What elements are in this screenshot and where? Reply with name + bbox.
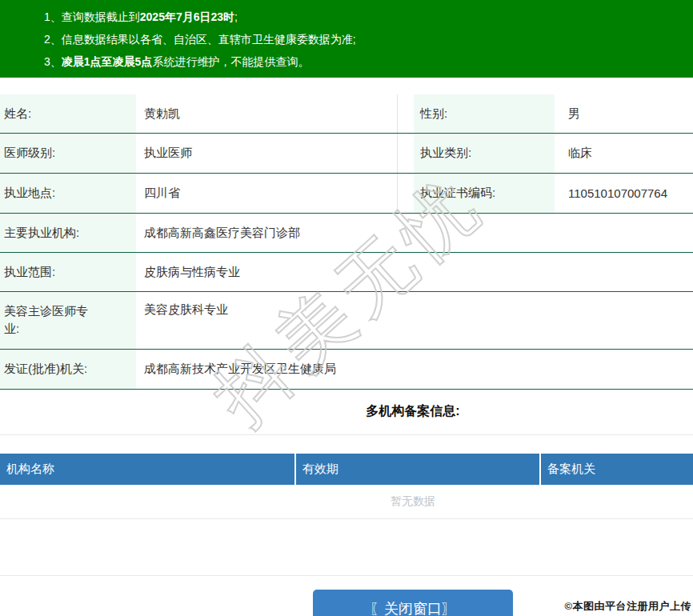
column-header-institution-name: 机构名称	[0, 454, 294, 485]
notice-bold-text: 凌晨1点至凌晨5点	[62, 55, 153, 68]
certificate-number-value: 110510107007764	[555, 174, 693, 213]
column-header-filing-authority: 备案机关	[541, 454, 693, 485]
notice-text: 信息数据结果以各省、自治区、直辖市卫生健康委数据为准;	[62, 33, 356, 46]
doctor-level-label: 医师级别:	[0, 134, 136, 173]
column-divider	[397, 174, 414, 213]
notice-text: 系统进行维护，不能提供查询。	[152, 55, 309, 68]
main-institution-value: 成都高新高鑫医疗美容门诊部	[136, 214, 693, 252]
notice-line-3: 3、凌晨1点至凌晨5点系统进行维护，不能提供查询。	[44, 50, 685, 73]
notice-text: ;	[234, 10, 238, 23]
issuing-authority-label: 发证(批准)机关:	[0, 350, 136, 389]
section-divider	[0, 434, 693, 435]
certificate-number-label: 执业证书编码:	[414, 174, 555, 213]
notice-text: 查询数据截止到	[62, 10, 140, 23]
footer-divider	[0, 575, 693, 576]
filing-table-header: 机构名称 有效期 备案机关	[0, 454, 693, 485]
notice-number: 1、	[44, 10, 62, 23]
practice-location-value: 四川省	[136, 174, 397, 213]
notice-number: 2、	[44, 33, 62, 46]
table-row-name-gender: 姓名: 黄勅凯 性别: 男	[0, 94, 693, 134]
practice-scope-value: 皮肤病与性病专业	[136, 253, 693, 291]
upload-credit-watermark: ©本图由平台注册用户上传	[564, 599, 691, 614]
practice-scope-label: 执业范围:	[0, 253, 136, 291]
table-row-location-certificate: 执业地点: 四川省 执业证书编码: 110510107007764	[0, 174, 693, 214]
practice-category-label: 执业类别:	[414, 134, 555, 173]
cosmetic-specialty-value: 美容皮肤科专业	[136, 292, 693, 349]
column-divider	[397, 94, 414, 133]
close-window-button[interactable]: 〖关闭窗口〗	[313, 590, 513, 616]
column-divider	[397, 134, 414, 173]
practitioner-query-result-page: 1、查询数据截止到2025年7月6日23时; 2、信息数据结果以各省、自治区、直…	[0, 0, 693, 616]
notice-bold-text: 2025年7月6日23时	[140, 10, 234, 23]
table-row-issuing-authority: 发证(批准)机关: 成都高新技术产业开发区卫生健康局	[0, 350, 693, 390]
issuing-authority-value: 成都高新技术产业开发区卫生健康局	[136, 350, 693, 389]
table-row-main-institution: 主要执业机构: 成都高新高鑫医疗美容门诊部	[0, 214, 693, 253]
gender-label: 性别:	[414, 94, 555, 133]
table-row-level-category: 医师级别: 执业医师 执业类别: 临床	[0, 134, 693, 174]
doctor-level-value: 执业医师	[136, 134, 397, 173]
notice-line-1: 1、查询数据截止到2025年7月6日23时;	[44, 6, 685, 28]
table-row-cosmetic-specialty: 美容主诊医师专业: 美容皮肤科专业	[0, 292, 693, 350]
notice-number: 3、	[44, 55, 62, 68]
name-label: 姓名:	[0, 94, 136, 133]
name-value: 黄勅凯	[136, 94, 397, 133]
column-header-validity-period: 有效期	[296, 454, 539, 485]
gender-value: 男	[555, 94, 693, 133]
notice-line-2: 2、信息数据结果以各省、自治区、直辖市卫生健康委数据为准;	[44, 28, 685, 50]
cosmetic-specialty-label: 美容主诊医师专业:	[0, 292, 136, 349]
cosmetic-specialty-label-text: 美容主诊医师专业:	[4, 302, 102, 338]
practice-category-value: 临床	[555, 134, 693, 173]
practice-location-label: 执业地点:	[0, 174, 136, 213]
main-institution-label: 主要执业机构:	[0, 214, 136, 252]
table-row-practice-scope: 执业范围: 皮肤病与性病专业	[0, 253, 693, 292]
filing-table-empty-state: 暂无数据	[0, 485, 693, 519]
practitioner-info-table: 姓名: 黄勅凯 性别: 男 医师级别: 执业医师 执业类别: 临床 执业地点: …	[0, 94, 693, 390]
notice-banner: 1、查询数据截止到2025年7月6日23时; 2、信息数据结果以各省、自治区、直…	[0, 0, 693, 78]
multi-org-filing-title: 多机构备案信息:	[0, 403, 693, 419]
